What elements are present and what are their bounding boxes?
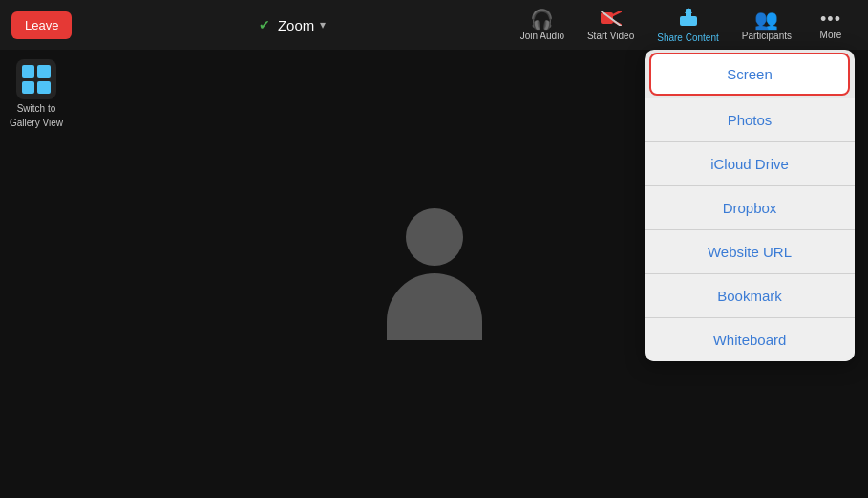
gallery-view-button[interactable]: Switch to Gallery View xyxy=(10,59,63,128)
gallery-line2: Gallery View xyxy=(10,118,63,128)
dropdown-item-bookmark-label: Bookmark xyxy=(717,288,782,304)
zoom-title-area: ✔ Zoom ▾ xyxy=(257,17,326,33)
participant-avatar xyxy=(387,208,482,340)
zoom-label: Zoom xyxy=(278,17,314,33)
dropdown-item-screen[interactable]: Screen xyxy=(649,53,850,96)
dropdown-item-whiteboard-label: Whiteboard xyxy=(713,332,787,348)
join-audio-label: Join Audio xyxy=(520,31,564,41)
participants-icon: 👥 xyxy=(754,10,778,29)
dropdown-item-screen-label: Screen xyxy=(727,66,773,82)
start-video-icon xyxy=(601,10,622,29)
dropdown-item-website-label: Website URL xyxy=(708,244,792,260)
toolbar-right: 🎧 Join Audio Start Video xyxy=(511,3,857,47)
share-content-icon xyxy=(678,7,699,31)
gallery-cell-4 xyxy=(37,81,51,95)
dropdown-item-photos-label: Photos xyxy=(728,112,773,128)
gallery-cell-2 xyxy=(37,65,51,78)
dropdown-item-dropbox[interactable]: Dropbox xyxy=(645,186,855,230)
dropdown-item-photos[interactable]: Photos xyxy=(645,98,855,142)
gallery-cell-1 xyxy=(22,65,35,78)
more-label: More xyxy=(820,30,842,40)
svg-line-1 xyxy=(613,11,621,15)
join-audio-button[interactable]: 🎧 Join Audio xyxy=(511,6,574,45)
more-icon: ••• xyxy=(820,11,841,28)
topbar: Leave ✔ Zoom ▾ 🎧 Join Audio Start Video xyxy=(0,0,868,50)
share-content-button[interactable]: Share Content xyxy=(647,3,729,47)
gallery-line1: Switch to xyxy=(17,103,56,114)
share-content-label: Share Content xyxy=(657,32,719,43)
start-video-button[interactable]: Start Video xyxy=(578,6,644,45)
dropdown-item-website[interactable]: Website URL xyxy=(645,230,855,274)
avatar xyxy=(387,208,482,340)
avatar-head xyxy=(406,208,463,266)
avatar-body xyxy=(387,273,482,340)
share-content-dropdown: Screen Photos iCloud Drive Dropbox Websi… xyxy=(645,50,855,361)
dropdown-item-whiteboard[interactable]: Whiteboard xyxy=(645,318,855,361)
more-button[interactable]: ••• More xyxy=(805,7,857,44)
gallery-icon xyxy=(16,59,56,99)
participants-button[interactable]: 👥 Participants xyxy=(732,6,801,45)
shield-icon: ✔ xyxy=(257,17,272,32)
chevron-down-icon: ▾ xyxy=(320,18,326,32)
dropdown-item-bookmark[interactable]: Bookmark xyxy=(645,274,855,318)
dropdown-item-icloud[interactable]: iCloud Drive xyxy=(645,142,855,186)
gallery-cell-3 xyxy=(22,81,35,95)
participants-label: Participants xyxy=(742,31,792,41)
dropdown-item-icloud-label: iCloud Drive xyxy=(710,156,789,172)
dropdown-item-dropbox-label: Dropbox xyxy=(723,200,777,216)
join-audio-icon: 🎧 xyxy=(530,10,554,29)
start-video-label: Start Video xyxy=(587,31,634,41)
leave-button[interactable]: Leave xyxy=(11,11,72,39)
